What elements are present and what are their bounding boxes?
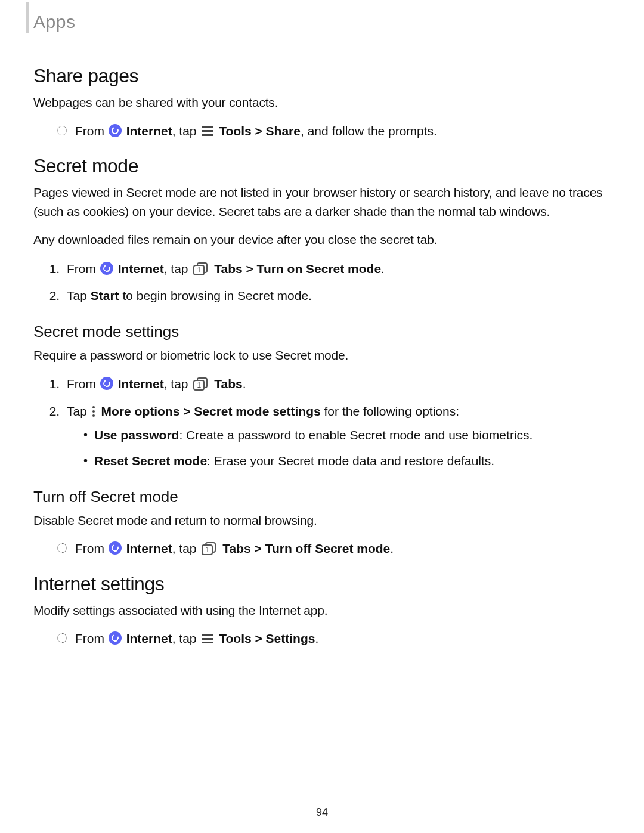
heading-turn-off: Turn off Secret mode bbox=[33, 488, 611, 506]
heading-internet-settings: Internet settings bbox=[33, 573, 611, 595]
heading-secret-mode: Secret mode bbox=[33, 155, 611, 177]
internet-app-icon bbox=[109, 631, 122, 645]
secret-mode-p2: Any downloaded files remain on your devi… bbox=[33, 230, 611, 249]
internet-settings-step: From Internet, tap Tools > Settings. bbox=[62, 629, 611, 649]
secret-settings-step1: From Internet, tap 1 Tabs. bbox=[63, 374, 611, 394]
heading-share-pages: Share pages bbox=[33, 65, 611, 87]
turn-off-intro: Disable Secret mode and return to normal… bbox=[33, 511, 611, 530]
heading-secret-settings: Secret mode settings bbox=[33, 323, 611, 341]
option-use-password: Use password: Create a password to enabl… bbox=[83, 426, 611, 445]
secret-mode-step1: From Internet, tap 1 Tabs > Turn on Secr… bbox=[63, 259, 611, 279]
turn-off-step: From Internet, tap 1 Tabs > Turn off Sec… bbox=[62, 539, 611, 559]
secret-mode-step2: Tap Start to begin browsing in Secret mo… bbox=[63, 286, 611, 306]
internet-app-icon bbox=[100, 262, 113, 275]
option-reset-secret: Reset Secret mode: Erase your Secret mod… bbox=[83, 451, 611, 471]
more-options-icon bbox=[92, 406, 95, 417]
breadcrumb: Apps bbox=[33, 12, 611, 32]
manual-page: Apps Share pages Webpages can be shared … bbox=[0, 0, 644, 833]
page-number: 94 bbox=[0, 806, 644, 819]
internet-app-icon bbox=[100, 377, 113, 390]
secret-settings-step2: Tap More options > Secret mode settings … bbox=[63, 401, 611, 471]
internet-app-icon bbox=[109, 124, 122, 137]
menu-icon bbox=[202, 634, 213, 643]
menu-icon bbox=[202, 126, 213, 136]
internet-settings-intro: Modify settings associated with using th… bbox=[33, 601, 611, 620]
header-rule bbox=[26, 2, 29, 33]
tabs-icon: 1 bbox=[193, 377, 209, 391]
share-pages-intro: Webpages can be shared with your contact… bbox=[33, 93, 611, 112]
secret-mode-p1: Pages viewed in Secret mode are not list… bbox=[33, 183, 611, 221]
tabs-icon: 1 bbox=[202, 542, 217, 555]
internet-app-icon bbox=[109, 541, 122, 555]
secret-settings-intro: Require a password or biometric lock to … bbox=[33, 346, 611, 365]
tabs-icon: 1 bbox=[193, 262, 209, 275]
share-pages-step: From Internet, tap Tools > Share, and fo… bbox=[62, 122, 611, 141]
